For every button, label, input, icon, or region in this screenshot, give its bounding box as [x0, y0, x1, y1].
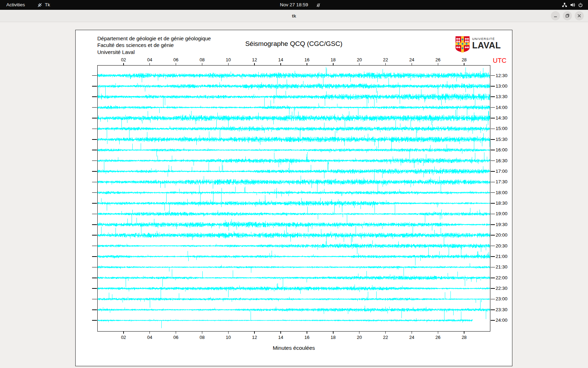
restore-button[interactable] — [563, 11, 572, 20]
x-tick-mark — [307, 63, 307, 65]
trace-right-tick — [491, 161, 495, 161]
trace-right-tick — [491, 86, 495, 87]
trace-left-tick — [92, 203, 97, 204]
trace-right-tick — [491, 75, 495, 76]
trace-right-tick — [491, 320, 495, 321]
laval-shield-icon — [455, 36, 470, 54]
x-tick-mark — [359, 63, 360, 65]
trace-right-tick — [491, 256, 495, 257]
trace-time-label: 19:00 — [496, 211, 507, 216]
seismogram-traces — [98, 66, 490, 331]
utc-label: UTC — [493, 57, 506, 64]
trace-right-tick — [491, 224, 495, 225]
trace-left-tick — [92, 107, 97, 108]
trace-time-label: 15:30 — [496, 137, 507, 142]
x-tick-mark — [438, 332, 439, 334]
trace-left-tick — [92, 129, 97, 129]
window-title: tk — [0, 10, 588, 22]
x-tick-label-bottom: 28 — [458, 335, 470, 340]
trace-time-label: 22:00 — [496, 275, 507, 280]
minimize-button[interactable] — [551, 11, 560, 20]
trace-right-tick — [491, 299, 495, 300]
trace-right-tick — [491, 118, 495, 118]
trace-left-tick — [92, 150, 97, 150]
x-tick-label-top: 14 — [275, 57, 287, 62]
trace-time-label: 23:00 — [496, 296, 507, 301]
x-tick-mark — [333, 332, 334, 334]
trace-time-label: 14:00 — [496, 105, 507, 110]
trace-left-tick — [92, 235, 97, 236]
x-tick-mark — [149, 63, 150, 65]
trace-left-tick — [92, 214, 97, 214]
x-tick-mark — [464, 332, 464, 334]
x-tick-label-top: 12 — [248, 57, 260, 62]
trace-time-label: 16:30 — [496, 158, 507, 163]
trace-right-tick — [491, 96, 495, 97]
trace-left-tick — [92, 171, 97, 172]
x-tick-mark — [202, 63, 203, 65]
x-tick-label-bottom: 26 — [432, 335, 444, 340]
trace-right-tick — [491, 309, 495, 310]
trace-time-label: 20:30 — [496, 243, 507, 248]
trace-right-tick — [491, 129, 495, 129]
tk-app-menu[interactable]: Tk — [37, 0, 50, 10]
x-tick-mark — [438, 63, 439, 65]
close-button[interactable] — [575, 11, 584, 20]
x-tick-label-top: 18 — [327, 57, 339, 62]
volume-icon — [570, 2, 575, 8]
x-tick-mark — [359, 332, 360, 334]
trace-left-tick — [92, 299, 97, 300]
x-tick-label-top: 06 — [170, 57, 182, 62]
x-axis-label: Minutes écoulées — [97, 345, 490, 351]
x-tick-mark — [412, 332, 412, 334]
x-tick-label-top: 04 — [144, 57, 156, 62]
x-tick-mark — [202, 332, 203, 334]
x-tick-label-top: 20 — [354, 57, 365, 62]
x-tick-label-bottom: 14 — [275, 335, 287, 340]
x-tick-mark — [254, 332, 255, 334]
trace-left-tick — [92, 75, 97, 76]
system-status-menu[interactable] — [562, 0, 583, 10]
window-titlebar[interactable]: tk — [0, 10, 588, 22]
trace-time-label: 17:30 — [496, 179, 507, 184]
x-tick-label-top: 28 — [458, 57, 470, 62]
trace-time-label: 21:00 — [496, 254, 507, 259]
activities-button[interactable]: Activities — [6, 0, 25, 10]
x-tick-mark — [385, 63, 386, 65]
trace-right-tick — [491, 235, 495, 236]
trace-time-label: 18:00 — [496, 190, 507, 195]
x-tick-mark — [385, 332, 386, 334]
trace-left-tick — [92, 182, 97, 183]
x-tick-label-top: 26 — [432, 57, 444, 62]
trace-right-tick — [491, 150, 495, 150]
trace-left-tick — [92, 246, 97, 246]
trace-left-tick — [92, 288, 97, 289]
x-tick-label-bottom: 02 — [118, 335, 130, 340]
x-tick-label-bottom: 10 — [222, 335, 234, 340]
trace-right-tick — [491, 107, 495, 108]
trace-left-tick — [92, 192, 97, 193]
trace-left-tick — [92, 224, 97, 225]
x-tick-label-bottom: 04 — [144, 335, 156, 340]
x-tick-mark — [176, 63, 176, 65]
trace-right-tick — [491, 246, 495, 246]
seismograph-canvas: Département de géologie et de génie géol… — [75, 30, 512, 366]
trace-time-label: 17:00 — [496, 169, 507, 174]
trace-left-tick — [92, 161, 97, 161]
x-tick-label-bottom: 22 — [380, 335, 392, 340]
trace-time-label: 12:30 — [496, 73, 507, 78]
x-tick-mark — [464, 63, 464, 65]
x-tick-mark — [280, 332, 281, 334]
x-tick-label-bottom: 20 — [354, 335, 365, 340]
x-tick-label-bottom: 18 — [327, 335, 339, 340]
trace-time-label: 13:00 — [496, 83, 507, 89]
trace-left-tick — [92, 278, 97, 278]
x-tick-mark — [254, 63, 255, 65]
x-tick-label-bottom: 12 — [248, 335, 260, 340]
trace-right-tick — [491, 214, 495, 214]
clock-button[interactable]: Nov 27 18:59 — [280, 0, 308, 10]
power-icon — [578, 2, 583, 8]
x-tick-mark — [123, 332, 124, 334]
trace-right-tick — [491, 192, 495, 193]
trace-right-tick — [491, 182, 495, 183]
